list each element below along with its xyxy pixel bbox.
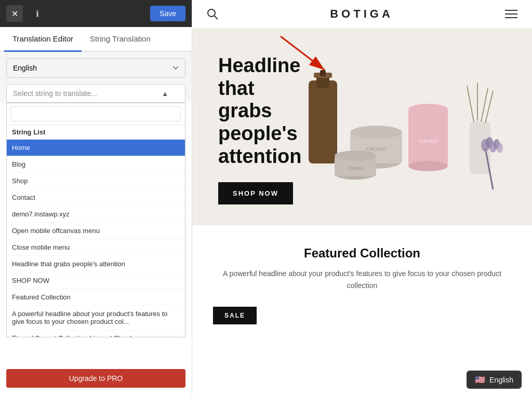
- tabs: Translation Editor String Translation: [0, 27, 192, 52]
- upgrade-button[interactable]: Upgrade to PRO: [6, 369, 185, 388]
- string-list-item[interactable]: SHOP NOW: [7, 272, 185, 289]
- top-bar: ✕ ℹ Save: [0, 0, 192, 27]
- left-panel: ✕ ℹ Save Translation Editor String Trans…: [0, 0, 192, 396]
- hero-title: Headline that grabs people's attention: [218, 54, 309, 168]
- string-select-area: Select string to translate... ▲: [0, 82, 192, 103]
- dropdown-arrow-icon: ▲: [162, 90, 168, 98]
- string-list-item[interactable]: A powerful headline about your product's…: [7, 306, 185, 330]
- close-button[interactable]: ✕: [6, 5, 23, 22]
- hero-section: Headline that grabs people's attention S…: [192, 29, 532, 225]
- search-icon-area: [207, 8, 218, 20]
- string-list-item[interactable]: Close mobile menu: [7, 239, 185, 256]
- string-list-header: String List: [7, 125, 185, 140]
- string-select-placeholder: Select string to translate...: [13, 89, 97, 98]
- menu-icon-area[interactable]: [505, 9, 517, 19]
- language-select[interactable]: English French Spanish German Italian: [6, 58, 185, 78]
- site-header: BOTIGA: [192, 0, 532, 29]
- hero-text: Headline that grabs people's attention S…: [218, 54, 309, 204]
- hamburger-icon[interactable]: [505, 9, 517, 19]
- string-list-item[interactable]: Open mobile offcanvas menu: [7, 223, 185, 239]
- svg-line-3: [214, 16, 218, 19]
- featured-section: Featured Collection A powerful headline …: [192, 225, 532, 302]
- language-select-wrapper: English French Spanish German Italian: [0, 52, 192, 82]
- info-button[interactable]: ℹ: [29, 5, 46, 22]
- search-icon[interactable]: [207, 8, 218, 20]
- hero-image-area: COCOLO COCOLO COCOLO: [309, 70, 506, 189]
- svg-point-26: [335, 151, 376, 161]
- language-toggle[interactable]: 🇺🇸 English: [467, 371, 522, 389]
- svg-rect-10: [320, 70, 326, 76]
- string-list-item[interactable]: Blog: [7, 156, 185, 173]
- string-list[interactable]: HomeBlogShopContactdemo7.instawp.xyzOpen…: [7, 140, 185, 337]
- svg-rect-7: [309, 80, 337, 163]
- right-panel: BOTIGA Headline that grabs people's atte…: [192, 0, 532, 396]
- tab-translation-editor[interactable]: Translation Editor: [4, 27, 82, 52]
- string-list-item[interactable]: Contact: [7, 189, 185, 206]
- search-input[interactable]: [11, 106, 181, 121]
- svg-point-13: [350, 126, 402, 139]
- svg-point-2: [208, 9, 215, 17]
- string-list-item[interactable]: Shop: [7, 173, 185, 189]
- shop-now-button[interactable]: SHOP NOW: [218, 182, 293, 204]
- string-list-item[interactable]: Home: [7, 140, 185, 156]
- string-list-item[interactable]: Featured Collection: [7, 289, 185, 306]
- bottom-partial: SALE: [192, 302, 532, 330]
- hero-products-svg: COCOLO COCOLO COCOLO: [309, 70, 506, 189]
- dropdown-panel: String List HomeBlogShopContactdemo7.ins…: [6, 103, 185, 337]
- string-list-item[interactable]: Eternal Sunset Collection Lip and Cheek: [7, 330, 185, 337]
- flag-icon: 🇺🇸: [475, 375, 485, 385]
- save-button[interactable]: Save: [150, 6, 185, 21]
- svg-point-17: [408, 161, 448, 171]
- site-logo: BOTIGA: [330, 7, 393, 21]
- sale-button[interactable]: SALE: [213, 307, 257, 324]
- svg-line-20: [467, 86, 474, 122]
- string-list-item[interactable]: Headline that grabs people's attention: [7, 256, 185, 272]
- svg-point-33: [497, 143, 503, 153]
- featured-title: Featured Collection: [213, 246, 511, 261]
- svg-text:COCOLO: COCOLO: [347, 166, 364, 171]
- search-input-wrapper: [7, 103, 185, 125]
- featured-description: A powerful headline about your product's…: [219, 268, 505, 291]
- svg-rect-16: [408, 109, 448, 166]
- string-select-box[interactable]: Select string to translate... ▲: [6, 84, 185, 103]
- svg-text:COCOLO: COCOLO: [418, 139, 438, 144]
- svg-text:COCOLO: COCOLO: [366, 146, 386, 152]
- string-list-item[interactable]: demo7.instawp.xyz: [7, 206, 185, 223]
- language-toggle-label: English: [489, 376, 513, 384]
- tab-string-translation[interactable]: String Translation: [82, 27, 159, 52]
